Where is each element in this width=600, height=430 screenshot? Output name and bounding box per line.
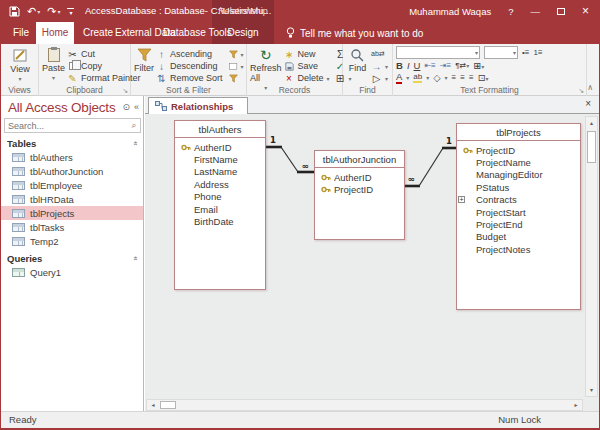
field-projectid[interactable]: ProjectID [461, 144, 578, 156]
nav-menu-dropdown-icon[interactable]: ⊙ [122, 102, 130, 112]
field-email[interactable]: Email [179, 203, 263, 215]
sidebar-item-temp2[interactable]: Temp2 [1, 234, 143, 248]
field-contracts[interactable]: +Contracts [461, 194, 578, 206]
sidebar-item-tblauthers[interactable]: tblAuthers [1, 150, 143, 164]
maximize-button[interactable] [557, 8, 565, 15]
underline-button[interactable]: U [414, 60, 421, 71]
goto-button[interactable]: →▾ [369, 60, 390, 72]
toggle-filter-button[interactable] [227, 72, 246, 84]
descending-button[interactable]: ↓Descending [154, 60, 225, 72]
field-autherid[interactable]: AutherID [179, 141, 263, 153]
selection-filter-button[interactable]: ▾ [227, 48, 246, 60]
rel-table-tblauthers[interactable]: tblAuthers AutherID FirstName LastName A… [174, 120, 266, 290]
vertical-scroll-thumb[interactable] [587, 131, 596, 163]
field-phone[interactable]: Phone [179, 191, 263, 203]
field-projectnotes[interactable]: ProjectNotes [461, 243, 578, 255]
field-autherid[interactable]: AutherID [319, 171, 402, 183]
field-firstname[interactable]: FirstName [179, 153, 263, 165]
shutter-bar-close-icon[interactable]: « [134, 102, 139, 112]
background-color-button[interactable]: ◇ [433, 72, 440, 83]
bold-button[interactable]: B [396, 60, 403, 71]
nav-group-queries[interactable]: Queries « [1, 251, 143, 265]
rel-table-tblauthorjunction[interactable]: tblAuthorJunction AutherID ProjectID [314, 150, 405, 240]
field-projectid[interactable]: ProjectID [319, 183, 402, 195]
tab-file[interactable]: File [13, 22, 29, 44]
signed-in-user[interactable]: Muhammad Waqas [409, 6, 491, 17]
text-direction-button[interactable]: ¶⇄▾ [455, 61, 469, 70]
link-authers-junction[interactable]: 1 ∞ [266, 135, 314, 172]
text-formatting-dialog-launcher[interactable]: ↘ [578, 87, 584, 95]
italic-button[interactable]: I [407, 60, 410, 71]
align-center-button[interactable]: ≡ [460, 73, 465, 82]
align-left-button[interactable]: ≡ [452, 73, 457, 82]
customize-qat-button[interactable]: ▾ [67, 8, 74, 15]
relationships-canvas[interactable]: 1 ∞ ∞ 1 tblAuthers AutherID [145, 114, 599, 411]
scroll-down-icon[interactable]: ▾ [586, 384, 597, 396]
field-birthdate[interactable]: BirthDate [179, 215, 263, 227]
align-right-button[interactable]: ≡ [469, 73, 474, 82]
field-managingeditor[interactable]: ManagingEditor [461, 169, 578, 181]
rel-table-title[interactable]: tblAuthers [175, 121, 265, 138]
bullets-button[interactable]: •≡ [522, 48, 529, 57]
close-button[interactable]: × [582, 4, 589, 18]
numbering-button[interactable]: 1≡ [533, 48, 542, 57]
field-budget[interactable]: Budget [461, 231, 578, 243]
sidebar-item-tblhrdata[interactable]: tblHRData [1, 192, 143, 206]
new-record-button[interactable]: ∗New [282, 48, 332, 60]
remove-sort-button[interactable]: ⇅Remove Sort [154, 72, 225, 84]
sidebar-item-tblemployee[interactable]: tblEmployee [1, 178, 143, 192]
field-lastname[interactable]: LastName [179, 166, 263, 178]
replace-button[interactable]: ab⇄ [369, 48, 390, 60]
rel-table-title[interactable]: tblProjects [457, 124, 580, 141]
field-address[interactable]: Address [179, 178, 263, 190]
rel-table-tblprojects[interactable]: tblProjects ProjectID ProjectName Managi… [456, 123, 581, 310]
sidebar-item-tbltasks[interactable]: tblTasks [1, 220, 143, 234]
gridlines-button[interactable]: ⊞▾ [473, 60, 484, 71]
save-button[interactable] [9, 6, 20, 17]
scroll-left-icon[interactable]: ◂ [147, 400, 159, 410]
close-document-icon[interactable]: × [585, 98, 591, 109]
search-input[interactable] [5, 121, 128, 131]
clipboard-dialog-launcher[interactable]: ↘ [122, 87, 128, 95]
tab-relationships[interactable]: Relationships [148, 97, 248, 114]
find-button[interactable]: Find [346, 46, 369, 84]
tab-create[interactable]: Create [83, 22, 113, 44]
font-name-combobox[interactable]: ▾ [396, 46, 480, 59]
sidebar-item-tblauthorjunction[interactable]: tblAuthorJunction [1, 164, 143, 178]
tab-design[interactable]: Design [212, 22, 274, 44]
field-projectname[interactable]: ProjectName [461, 156, 578, 168]
tell-me-box[interactable]: Tell me what you want to do [286, 22, 423, 44]
save-record-button[interactable]: Save [282, 60, 332, 72]
advanced-filter-button[interactable]: ▾ [227, 60, 246, 72]
tab-home[interactable]: Home [36, 22, 74, 44]
scroll-right-icon[interactable]: ▸ [570, 400, 582, 410]
redo-button[interactable]: ↷▾ [47, 5, 60, 18]
select-button[interactable]: ▷▾ [369, 72, 390, 84]
filter-button[interactable]: Filter [134, 46, 154, 84]
ascending-button[interactable]: ↑Ascending [154, 48, 225, 60]
field-projectstart[interactable]: ProjectStart [461, 206, 578, 218]
decrease-indent-button[interactable]: ⇤≡ [424, 61, 435, 70]
view-button[interactable]: View ▾ [4, 46, 36, 84]
vertical-scrollbar[interactable]: ▴ ▾ [585, 116, 598, 397]
increase-indent-button[interactable]: ⇥≡ [440, 61, 451, 70]
sidebar-item-tblprojects[interactable]: tblProjects [1, 206, 143, 220]
field-projectend[interactable]: ProjectEnd [461, 218, 578, 230]
help-button[interactable]: ? [508, 6, 513, 17]
sidebar-item-query1[interactable]: Query1 [1, 265, 143, 279]
horizontal-scrollbar[interactable]: ◂ ▸ [146, 399, 583, 411]
link-junction-projects[interactable]: ∞ 1 [404, 136, 456, 186]
undo-button[interactable]: ↶▾ [27, 5, 40, 18]
expand-icon[interactable]: + [458, 196, 465, 203]
horizontal-scroll-thumb[interactable] [160, 401, 176, 409]
paste-button[interactable]: Paste ▾ [42, 46, 65, 84]
nav-group-tables[interactable]: Tables « [1, 136, 143, 150]
delete-record-button[interactable]: ×Delete▾ [282, 72, 332, 84]
search-icon[interactable]: ⌕ [128, 120, 140, 131]
datasheet-formatting-button[interactable]: ⊡▾ [478, 72, 489, 83]
scroll-up-icon[interactable]: ▴ [586, 117, 597, 129]
highlight-color-button[interactable]: ab [413, 72, 422, 83]
minimize-button[interactable]: — [530, 6, 540, 17]
font-size-combobox[interactable]: ▾ [484, 46, 518, 59]
collapse-ribbon-button[interactable]: ∧ [587, 83, 593, 92]
